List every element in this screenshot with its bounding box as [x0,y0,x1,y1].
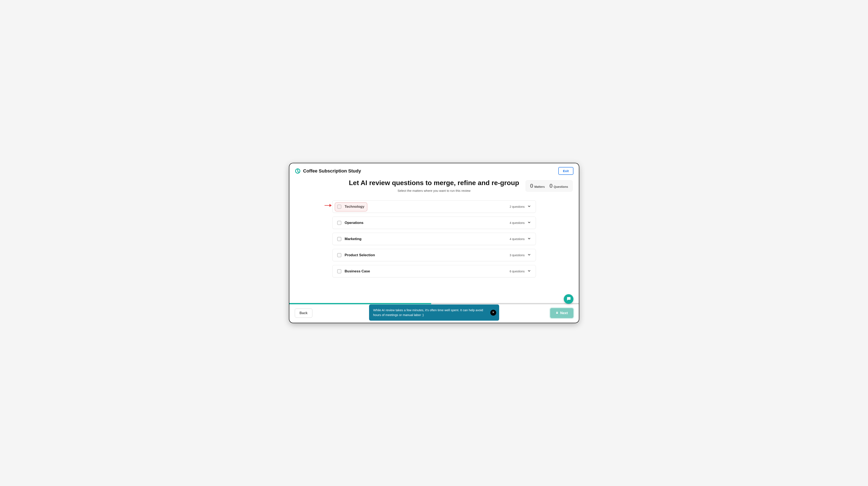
matter-checkbox[interactable] [337,205,341,209]
matter-checkbox[interactable] [337,237,341,241]
chevron-down-icon[interactable] [527,269,531,273]
chevron-down-icon[interactable] [527,237,531,241]
matter-right: 4 questions [509,220,531,225]
stat-questions: 0 Questions [549,183,568,189]
matter-right: 4 questions [509,237,531,241]
info-toast: While AI review takes a few minutes, it'… [369,304,499,321]
matters-list: Technology2 questionsOperations4 questio… [332,201,536,277]
chevron-down-icon[interactable] [527,253,531,257]
chat-fab[interactable] [564,294,574,304]
matter-checkbox[interactable] [337,269,341,273]
stat-matters-count: 0 [530,183,533,189]
content: Let AI review questions to merge, refine… [289,177,579,303]
app-window: Coffee Subscription Study Exit Let AI re… [289,163,579,323]
matter-name: Business Case [345,269,370,273]
svg-marker-2 [330,204,332,207]
matter-name: Marketing [345,237,362,241]
annotation-arrow-icon [324,203,332,209]
lock-icon [556,311,559,315]
matter-count: 4 questions [509,221,525,224]
stats-box: 0 Matters 0 Questions [526,180,572,191]
matter-count: 3 questions [509,253,525,257]
header-left: Coffee Subscription Study [295,168,361,174]
back-button[interactable]: Back [295,308,312,318]
next-button[interactable]: Next [550,308,574,318]
matter-row[interactable]: Technology2 questions [332,201,536,213]
chevron-down-icon[interactable] [527,220,531,225]
matter-row[interactable]: Operations4 questions [332,217,536,229]
matter-name: Operations [345,221,364,225]
matter-checkbox[interactable] [337,253,341,257]
matter-name: Technology [345,205,365,209]
matter-checkbox[interactable] [337,221,341,225]
stat-questions-label: Questions [554,185,568,188]
matter-count: 4 questions [509,237,525,241]
matter-left: Product Selection [337,253,375,257]
matter-right: 3 questions [509,253,531,257]
brand-logo-icon [295,168,301,174]
matter-row[interactable]: Product Selection3 questions [332,249,536,261]
matter-left: Marketing [337,237,362,241]
matter-name: Product Selection [345,253,375,257]
close-icon [492,310,495,315]
matter-right: 2 questions [509,204,531,209]
study-title: Coffee Subscription Study [303,168,361,174]
matter-row[interactable]: Business Case6 questions [332,265,536,277]
matter-row[interactable]: Marketing4 questions [332,233,536,245]
chat-icon [566,296,571,302]
exit-button[interactable]: Exit [558,167,574,175]
matter-right: 6 questions [509,269,531,273]
matter-left: Operations [337,221,364,225]
toast-message: While AI review takes a few minutes, it'… [373,308,483,317]
matter-count: 6 questions [509,270,525,273]
matter-count: 2 questions [509,205,525,208]
matter-left: Business Case [337,269,370,273]
matter-left: Technology [337,205,365,209]
stat-matters: 0 Matters [530,183,545,189]
header: Coffee Subscription Study Exit [289,163,579,177]
stat-matters-label: Matters [534,185,545,188]
chevron-down-icon[interactable] [527,204,531,209]
footer: Back While AI review takes a few minutes… [289,304,579,323]
stat-questions-count: 0 [549,183,553,189]
toast-close-button[interactable] [490,310,496,315]
hero: Let AI review questions to merge, refine… [295,179,574,192]
svg-rect-5 [556,312,558,314]
next-button-label: Next [560,311,568,315]
